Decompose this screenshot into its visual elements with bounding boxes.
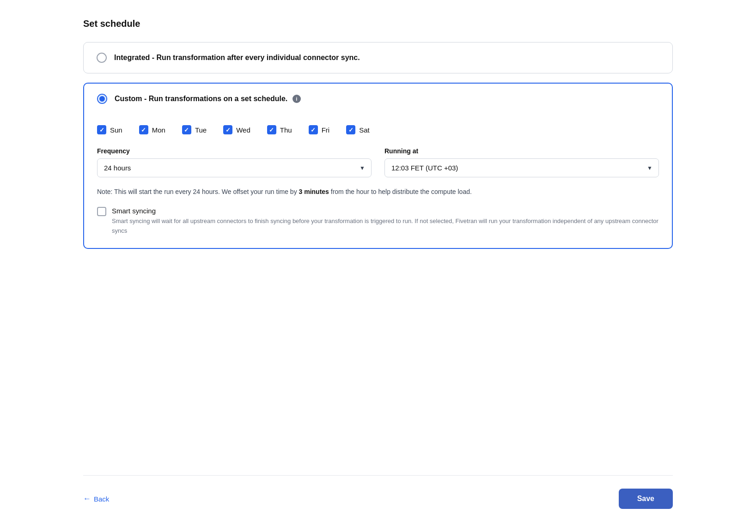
smart-syncing-row: Smart syncing Smart syncing will wait fo… bbox=[97, 207, 659, 236]
day-mon[interactable]: ✓ Mon bbox=[139, 125, 165, 134]
smart-syncing-desc: Smart syncing will wait for all upstream… bbox=[112, 217, 659, 236]
back-link[interactable]: ← Back bbox=[83, 494, 109, 503]
custom-card-header: Custom - Run transformations on a set sc… bbox=[84, 84, 672, 109]
back-arrow-icon: ← bbox=[83, 494, 91, 503]
day-sat[interactable]: ✓ Sat bbox=[346, 125, 370, 134]
checkbox-wed[interactable]: ✓ bbox=[223, 125, 232, 134]
smart-syncing-checkbox[interactable] bbox=[97, 207, 106, 216]
day-wed-label: Wed bbox=[236, 126, 250, 134]
frequency-select-wrapper: 24 hours 1 hour 6 hours 12 hours ▼ bbox=[97, 158, 372, 177]
day-sat-label: Sat bbox=[359, 126, 370, 134]
back-label: Back bbox=[94, 495, 109, 503]
note-text: Note: This will start the run every 24 h… bbox=[97, 187, 659, 197]
smart-syncing-label: Smart syncing bbox=[112, 207, 659, 215]
content-area: Set schedule Integrated - Run transforma… bbox=[83, 18, 673, 514]
day-thu-label: Thu bbox=[280, 126, 292, 134]
day-tue[interactable]: ✓ Tue bbox=[182, 125, 207, 134]
custom-label: Custom - Run transformations on a set sc… bbox=[115, 95, 301, 103]
day-fri-label: Fri bbox=[322, 126, 330, 134]
frequency-row: Frequency 24 hours 1 hour 6 hours 12 hou… bbox=[97, 147, 659, 177]
integrated-radio[interactable] bbox=[97, 53, 107, 63]
running-at-group: Running at 12:03 FET (UTC +03) ▼ bbox=[384, 147, 659, 177]
footer: ← Back Save bbox=[83, 476, 673, 514]
frequency-select[interactable]: 24 hours 1 hour 6 hours 12 hours bbox=[97, 158, 372, 177]
page-title: Set schedule bbox=[83, 18, 673, 29]
day-mon-label: Mon bbox=[152, 126, 165, 134]
day-wed[interactable]: ✓ Wed bbox=[223, 125, 250, 134]
checkbox-thu[interactable]: ✓ bbox=[267, 125, 276, 134]
page-container: Set schedule Integrated - Run transforma… bbox=[0, 0, 756, 532]
checkbox-tue[interactable]: ✓ bbox=[182, 125, 191, 134]
day-sun[interactable]: ✓ Sun bbox=[97, 125, 122, 134]
custom-card-content: ✓ Sun ✓ Mon ✓ Tue bbox=[84, 116, 672, 248]
day-fri[interactable]: ✓ Fri bbox=[309, 125, 330, 134]
save-button[interactable]: Save bbox=[619, 489, 673, 509]
checkbox-sat[interactable]: ✓ bbox=[346, 125, 355, 134]
custom-radio[interactable] bbox=[97, 94, 107, 104]
info-icon[interactable]: i bbox=[293, 95, 301, 103]
checkbox-mon[interactable]: ✓ bbox=[139, 125, 148, 134]
day-tue-label: Tue bbox=[195, 126, 207, 134]
running-at-label: Running at bbox=[384, 147, 659, 155]
day-thu[interactable]: ✓ Thu bbox=[267, 125, 292, 134]
frequency-group: Frequency 24 hours 1 hour 6 hours 12 hou… bbox=[97, 147, 372, 177]
checkbox-fri[interactable]: ✓ bbox=[309, 125, 318, 134]
day-sun-label: Sun bbox=[110, 126, 122, 134]
integrated-option-card[interactable]: Integrated - Run transformation after ev… bbox=[83, 42, 673, 73]
frequency-label: Frequency bbox=[97, 147, 372, 155]
running-at-select-wrapper: 12:03 FET (UTC +03) ▼ bbox=[384, 158, 659, 177]
days-row: ✓ Sun ✓ Mon ✓ Tue bbox=[97, 125, 659, 134]
running-at-select[interactable]: 12:03 FET (UTC +03) bbox=[384, 158, 659, 177]
checkbox-sun[interactable]: ✓ bbox=[97, 125, 106, 134]
custom-option-card[interactable]: Custom - Run transformations on a set sc… bbox=[83, 83, 673, 249]
smart-syncing-text: Smart syncing Smart syncing will wait fo… bbox=[112, 207, 659, 236]
custom-radio-inner bbox=[99, 96, 105, 102]
integrated-label: Integrated - Run transformation after ev… bbox=[114, 54, 360, 62]
